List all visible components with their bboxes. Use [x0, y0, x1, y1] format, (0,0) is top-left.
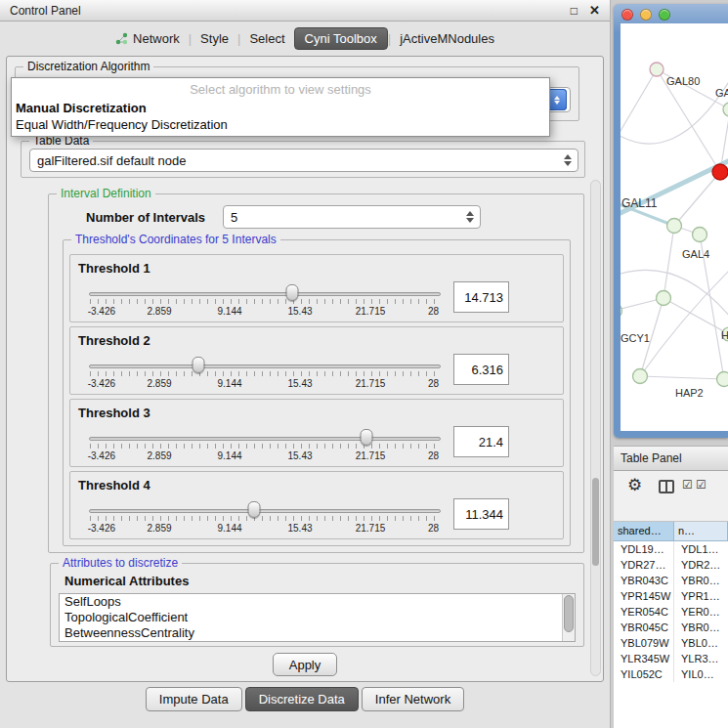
scale-label: 2.859: [147, 378, 171, 389]
dropdown-item-manual-discretization[interactable]: Manual Discretization: [12, 100, 549, 116]
network-node-labels: GAL80 GA GAL11 GAL4 GCY1 HAP2 H: [621, 75, 728, 399]
list-scrollbar[interactable]: [562, 594, 575, 641]
threshold-value-input[interactable]: [453, 354, 509, 385]
control-panel-window: Control Panel □ ✕ Network | Style | Sele…: [0, 0, 611, 728]
tab-style[interactable]: Style: [192, 27, 237, 50]
threshold-value-input[interactable]: [453, 426, 509, 457]
select-all-checkbox-icon[interactable]: ☑: [682, 478, 693, 492]
arrow-down-icon: [564, 161, 572, 166]
scale-label: 21.715: [356, 523, 386, 534]
arrow-down-icon: [554, 101, 560, 105]
table-toolbar: ⚙ ☑ ☑: [614, 471, 728, 522]
network-node[interactable]: [723, 103, 728, 116]
list-scrollbar-thumb[interactable]: [564, 595, 574, 632]
threshold-value-input[interactable]: [453, 281, 509, 313]
tab-infer-network[interactable]: Infer Network: [362, 687, 464, 711]
close-window-icon[interactable]: ✕: [589, 3, 600, 18]
table-cell: YBR045C: [614, 620, 674, 635]
attribute-item-betweennesscentrality[interactable]: BetweennessCentrality: [60, 625, 575, 641]
slider-ticks: [90, 371, 441, 376]
mac-close-button[interactable]: [621, 9, 633, 21]
threshold-slider[interactable]: -3.426 2.859 9.144 15.43 21.715 28: [89, 429, 441, 464]
table-data-group: Table Data galFiltered.sif default node: [21, 141, 585, 178]
attribute-item-selfloops[interactable]: SelfLoops: [60, 594, 575, 610]
table-row[interactable]: YPR145W YPR1…: [614, 588, 728, 604]
table-cell: YDL1…: [674, 541, 728, 557]
apply-button[interactable]: Apply: [273, 653, 337, 676]
combobox-stepper-icon[interactable]: [547, 89, 567, 110]
slider-thumb[interactable]: [285, 284, 298, 301]
table-cell: YBR0…: [674, 620, 728, 635]
tab-network-label: Network: [133, 31, 180, 46]
table-row[interactable]: YBR045C YBR0…: [614, 620, 728, 635]
scale-label: 9.144: [217, 450, 241, 461]
column-header-shared-name[interactable]: shared…: [614, 522, 674, 541]
slider-scale: -3.426 2.859 9.144 15.43 21.715 28: [89, 523, 441, 535]
tab-jactivemnodules[interactable]: jActiveMNodules: [391, 27, 503, 50]
slider-thumb[interactable]: [361, 429, 373, 446]
table-cell: YBL0…: [674, 635, 728, 651]
network-node[interactable]: [693, 228, 707, 242]
number-of-intervals-combobox[interactable]: 5: [223, 205, 481, 229]
tab-cyni-toolbox[interactable]: Cyni Toolbox: [294, 27, 388, 50]
table-row[interactable]: YDR27… YDR2…: [614, 557, 728, 573]
panel-scrollbar-thumb[interactable]: [592, 478, 599, 566]
threshold-slider[interactable]: -3.426 2.859 9.144 15.43 21.715 28: [89, 501, 441, 536]
slider-thumb[interactable]: [248, 501, 261, 518]
threshold-slider[interactable]: -3.426 2.859 9.144 15.43 21.715 28: [89, 357, 441, 392]
slider-track: [89, 364, 441, 368]
slider-scale: -3.426 2.859 9.144 15.43 21.715 28: [89, 450, 441, 462]
tab-select[interactable]: Select: [240, 27, 293, 50]
table-cell: YDL19…: [614, 541, 674, 557]
settings-gear-icon[interactable]: ⚙: [627, 475, 642, 495]
network-node[interactable]: [633, 369, 648, 384]
table-data-combobox[interactable]: galFiltered.sif default node: [29, 149, 578, 172]
network-node[interactable]: [667, 219, 682, 234]
scale-label: 28: [428, 306, 439, 317]
table-row[interactable]: YBL079W YBL0…: [614, 635, 728, 651]
network-node[interactable]: [650, 63, 664, 76]
tab-impute-data[interactable]: Impute Data: [146, 687, 242, 711]
discretization-algorithm-group-title: Discretization Algorithm: [23, 60, 153, 73]
mac-zoom-button[interactable]: [659, 9, 670, 21]
float-window-icon[interactable]: □: [571, 4, 578, 18]
table-panel-title: Table Panel: [621, 451, 682, 465]
window-title: Control Panel: [10, 4, 81, 18]
threshold-value-input[interactable]: [453, 498, 509, 530]
slider-thumb[interactable]: [192, 357, 204, 373]
table-row[interactable]: YLR345W YLR3…: [614, 651, 728, 666]
control-panel-bottom-tabs: Impute Data Discretize Data Infer Networ…: [0, 687, 610, 711]
panel-scrollbar[interactable]: [590, 180, 601, 676]
node-label: GAL80: [666, 75, 700, 87]
column-header-name[interactable]: n…: [674, 522, 728, 541]
table-row[interactable]: YDL19… YDL1…: [614, 541, 728, 557]
network-node[interactable]: [621, 304, 622, 319]
numerical-attributes-list[interactable]: SelfLoops TopologicalCoefficient Between…: [59, 593, 576, 642]
scale-label: 9.144: [217, 306, 241, 317]
dropdown-item-equal-width-frequency[interactable]: Equal Width/Frequency Discretization: [12, 116, 549, 133]
tab-cyni-toolbox-label: Cyni Toolbox: [305, 31, 377, 46]
arrow-down-icon: [466, 218, 474, 223]
node-label: GAL11: [621, 196, 658, 210]
threshold-label: Threshold 2: [78, 333, 150, 348]
select-columns-checkbox-icon[interactable]: ☑: [696, 478, 707, 492]
slider-scale: -3.426 2.859 9.144 15.43 21.715 28: [89, 378, 441, 390]
network-node[interactable]: [657, 291, 671, 306]
tab-network[interactable]: Network: [107, 27, 189, 50]
network-node[interactable]: [717, 372, 728, 387]
network-canvas[interactable]: GAL80 GA GAL11 GAL4 GCY1 HAP2 H: [621, 23, 728, 431]
number-of-intervals-label: Number of Intervals: [86, 210, 205, 225]
table-row[interactable]: YBR043C YBR0…: [614, 573, 728, 588]
attribute-item-topologicalcoefficient[interactable]: TopologicalCoefficient: [60, 610, 575, 625]
table-row[interactable]: YER054C YER0…: [614, 604, 728, 620]
node-label: GCY1: [621, 332, 650, 344]
scale-label: -3.426: [88, 306, 115, 317]
mac-minimize-button[interactable]: [640, 9, 652, 21]
scale-label: 28: [428, 523, 439, 534]
network-node-highlighted[interactable]: [712, 164, 728, 180]
columns-icon[interactable]: [659, 480, 674, 493]
table-row[interactable]: YIL052C YIL0…: [614, 666, 728, 682]
numerical-attributes-label: Numerical Attributes: [64, 574, 189, 588]
tab-discretize-data[interactable]: Discretize Data: [245, 687, 359, 711]
threshold-slider[interactable]: -3.426 2.859 9.144 15.43 21.715 28: [89, 284, 441, 320]
